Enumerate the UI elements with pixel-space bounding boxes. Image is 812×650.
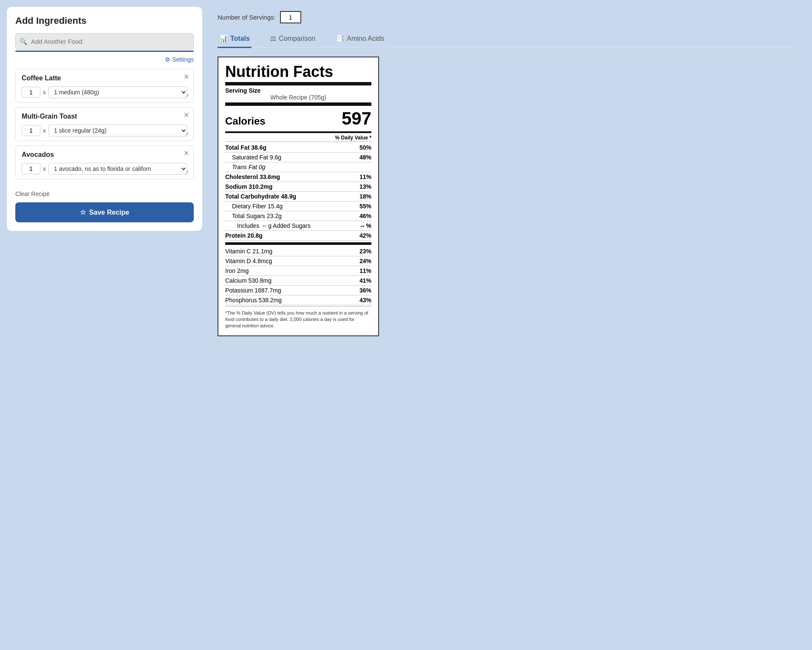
nf-label-total-fat: Total Fat 38.6g xyxy=(225,144,266,151)
nf-thin-bar-footer xyxy=(225,306,371,307)
nf-label-potassium: Potassium 1687.7mg xyxy=(225,287,281,294)
nf-label-sat-fat: Saturated Fat 9.6g xyxy=(232,154,281,161)
nf-row-sat-fat: Saturated Fat 9.6g 48% xyxy=(225,153,371,162)
nf-value-calcium: 41% xyxy=(359,277,371,284)
multiply-sign: x xyxy=(43,165,46,172)
star-icon: ☆ xyxy=(80,208,86,216)
comparison-icon: ⚖ xyxy=(270,34,276,43)
nf-value-potassium: 36% xyxy=(359,287,371,294)
multiply-sign: x xyxy=(43,127,46,134)
settings-label: Settings xyxy=(172,56,194,63)
nf-black-bar xyxy=(225,242,371,245)
expand-coffee-latte-icon[interactable]: ↗ xyxy=(184,93,189,99)
nf-label-trans-fat: Trans Fat 0g xyxy=(232,164,265,170)
servings-row: Number of Servings: xyxy=(218,11,797,23)
ingredients-list: ✕ Coffee Latte x 1 medium (480g) ↗ ✕ Mul… xyxy=(15,69,194,184)
nf-thin-bar-dv xyxy=(225,142,371,142)
nf-serving-size-value: Whole Recipe (705g) xyxy=(225,94,371,101)
search-input[interactable] xyxy=(15,33,194,50)
nf-row-trans-fat: Trans Fat 0g xyxy=(225,162,371,172)
coffee-latte-qty[interactable] xyxy=(22,87,40,98)
nf-row-total-sugars: Total Sugars 23.2g 46% xyxy=(225,211,371,221)
nf-label-added-sugars: Includes -- g Added Sugars xyxy=(237,222,311,229)
nf-value-total-fat: 50% xyxy=(359,144,371,151)
nf-label-cholesterol: Cholesterol 33.6mg xyxy=(225,173,280,180)
close-coffee-latte-button[interactable]: ✕ xyxy=(184,73,189,81)
nf-value-vitamin-d: 24% xyxy=(359,258,371,264)
nf-row-vitamin-d: Vitamin D 4.8mcg 24% xyxy=(225,256,371,266)
nf-footer: *The % Daily Value (DV) tells you how mu… xyxy=(225,310,371,329)
right-panel: Number of Servings: 📊 Totals ⚖ Compariso… xyxy=(209,7,805,643)
expand-avocados-icon[interactable]: ↗ xyxy=(184,169,189,176)
tab-totals[interactable]: 📊 Totals xyxy=(218,31,252,48)
nf-row-calcium: Calcium 530.8mg 41% xyxy=(225,276,371,286)
gear-icon: ⚙ xyxy=(165,56,170,63)
nf-row-dietary-fiber: Dietary Fiber 15.4g 55% xyxy=(225,202,371,211)
nf-value-added-sugars: -- % xyxy=(360,222,371,229)
nf-label-vitamin-c: Vitamin C 21.1mg xyxy=(225,248,272,255)
nf-row-sodium: Sodium 310.2mg 13% xyxy=(225,182,371,192)
totals-icon: 📊 xyxy=(219,34,228,43)
save-recipe-label: Save Recipe xyxy=(89,209,129,216)
search-bar-container: 🔍 xyxy=(15,33,194,50)
nf-value-vitamin-c: 23% xyxy=(359,248,371,255)
coffee-latte-controls: x 1 medium (480g) xyxy=(22,86,187,98)
nf-row-vitamin-c: Vitamin C 21.1mg 23% xyxy=(225,247,371,256)
nf-label-sodium: Sodium 310.2mg xyxy=(225,183,272,190)
tab-comparison-label: Comparison xyxy=(279,35,315,43)
avocados-qty[interactable] xyxy=(22,163,40,174)
nf-row-phosphorus: Phosphorus 538.2mg 43% xyxy=(225,295,371,305)
nf-serving-size-label: Serving Size xyxy=(225,87,260,94)
close-avocados-button[interactable]: ✕ xyxy=(184,149,189,157)
nf-value-phosphorus: 43% xyxy=(359,297,371,304)
ingredient-card: ✕ Avocados x 1 avocado, ns as to florida… xyxy=(15,145,194,179)
nf-calories-row: Calories 597 xyxy=(225,108,371,130)
tab-totals-label: Totals xyxy=(230,35,250,43)
ingredient-card: ✕ Coffee Latte x 1 medium (480g) ↗ xyxy=(15,69,194,103)
nf-value-total-sugars: 46% xyxy=(359,213,371,219)
nf-value-sodium: 13% xyxy=(359,183,371,190)
nf-value-cholesterol: 11% xyxy=(359,173,371,180)
nf-label-vitamin-d: Vitamin D 4.8mcg xyxy=(225,258,272,264)
nf-thick-bar-top xyxy=(225,82,371,85)
nf-label-protein: Protein 20.8g xyxy=(225,232,263,239)
close-multigrain-toast-button[interactable]: ✕ xyxy=(184,111,189,119)
coffee-latte-name: Coffee Latte xyxy=(22,74,187,82)
multiply-sign: x xyxy=(43,89,46,96)
search-icon: 🔍 xyxy=(20,38,28,45)
nf-value-protein: 42% xyxy=(359,232,371,239)
nf-label-dietary-fiber: Dietary Fiber 15.4g xyxy=(232,203,283,210)
nf-value-iron: 11% xyxy=(359,267,371,274)
nf-calories-value: 597 xyxy=(342,108,371,129)
clear-recipe-button[interactable]: Clear Recipe xyxy=(15,190,50,197)
ingredient-card: ✕ Multi-Grain Toast x 1 slice regular (2… xyxy=(15,107,194,141)
nf-row-added-sugars: Includes -- g Added Sugars -- % xyxy=(225,221,371,231)
panel-title: Add Ingredients xyxy=(15,15,194,26)
servings-input[interactable] xyxy=(280,11,301,23)
tabs-row: 📊 Totals ⚖ Comparison 📑 Amino Acids xyxy=(218,31,797,48)
nf-title: Nutrition Facts xyxy=(225,63,371,80)
tab-comparison[interactable]: ⚖ Comparison xyxy=(269,31,317,48)
expand-multigrain-toast-icon[interactable]: ↗ xyxy=(184,131,189,137)
nf-daily-value-header: % Daily Value * xyxy=(225,135,371,141)
avocados-serving-select[interactable]: 1 avocado, ns as to florida or californ xyxy=(48,163,187,175)
nf-row-potassium: Potassium 1687.7mg 36% xyxy=(225,286,371,295)
multigrain-toast-qty[interactable] xyxy=(22,125,40,136)
settings-row[interactable]: ⚙ Settings xyxy=(15,56,194,63)
nf-label-calcium: Calcium 530.8mg xyxy=(225,277,272,284)
nf-label-total-sugars: Total Sugars 23.2g xyxy=(232,213,282,219)
nf-label-iron: Iron 2mg xyxy=(225,267,249,274)
save-recipe-button[interactable]: ☆ Save Recipe xyxy=(15,202,194,222)
tab-amino-acids[interactable]: 📑 Amino Acids xyxy=(334,31,386,48)
nf-calories-label: Calories xyxy=(225,115,266,127)
avocados-controls: x 1 avocado, ns as to florida or califor… xyxy=(22,163,187,175)
nf-row-cholesterol: Cholesterol 33.6mg 11% xyxy=(225,172,371,182)
avocados-name: Avocados xyxy=(22,151,187,159)
nf-row-protein: Protein 20.8g 42% xyxy=(225,231,371,241)
nf-value-total-carb: 18% xyxy=(359,193,371,200)
nf-value-dietary-fiber: 55% xyxy=(359,203,371,210)
multigrain-toast-serving-select[interactable]: 1 slice regular (24g) xyxy=(48,125,187,136)
amino-acids-icon: 📑 xyxy=(336,34,344,43)
coffee-latte-serving-select[interactable]: 1 medium (480g) xyxy=(48,86,187,98)
nf-serving-size: Serving Size Whole Recipe (705g) xyxy=(225,87,371,101)
